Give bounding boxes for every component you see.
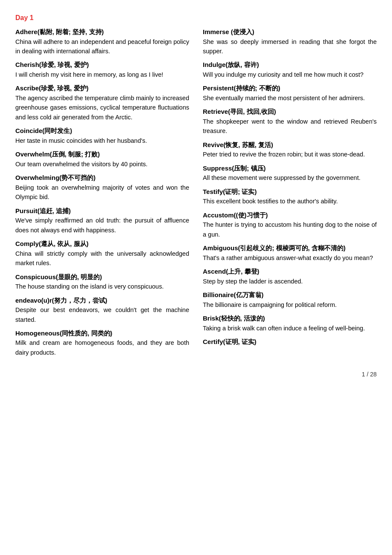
entry-word: Cherish(珍爱, 珍视, 爱护) bbox=[15, 60, 189, 70]
entry-word: Retrieve(寻回, 找回,收回) bbox=[203, 107, 377, 117]
entry-word: Overwhelming(势不可挡的) bbox=[15, 173, 189, 183]
entry-sentence: The shopkeeper went to the window and re… bbox=[203, 117, 377, 136]
entry-word: Homogeneous(同性质的, 同类的) bbox=[15, 329, 189, 338]
entry-sentence: We've simply reaffirmed an old truth: th… bbox=[15, 216, 189, 235]
list-item: Cherish(珍爱, 珍视, 爱护)I will cherish my vis… bbox=[15, 60, 189, 79]
list-item: Revive(恢复, 苏醒, 复活)Peter tried to revive … bbox=[203, 140, 377, 159]
entry-sentence: Taking a brisk walk can often induce a f… bbox=[203, 324, 377, 333]
entry-sentence: The agency ascribed the temperature clim… bbox=[15, 93, 189, 122]
entry-sentence: Will you indulge my curiosity and tell m… bbox=[203, 70, 377, 79]
list-item: Persistent(持续的; 不断的)She eventually marri… bbox=[203, 84, 377, 103]
day-title: Day 1 bbox=[15, 13, 377, 23]
page-container: Day 1 Adhere(黏附, 附着; 坚持, 支持)China will a… bbox=[15, 13, 377, 379]
list-item: Overwhelm(压倒, 制服; 打败)Our team overwhelme… bbox=[15, 150, 189, 169]
list-item: Testify(证明; 证实)This excellent book testi… bbox=[203, 187, 377, 206]
entry-word: Revive(恢复, 苏醒, 复活) bbox=[203, 140, 377, 150]
entry-word: Billionaire(亿万富翁) bbox=[203, 290, 377, 300]
list-item: Ambiguous(引起歧义的; 模棱两可的, 含糊不清的)That's a r… bbox=[203, 243, 377, 263]
left-column: Adhere(黏附, 附着; 坚持, 支持)China will adhere … bbox=[15, 27, 189, 361]
entry-sentence: The billionaire is campaigning for polit… bbox=[203, 300, 377, 309]
entry-sentence: Her taste in music coincides with her hu… bbox=[15, 136, 189, 145]
list-item: Brisk(轻快的, 活泼的)Taking a brisk walk can o… bbox=[203, 314, 377, 333]
list-item: Overwhelming(势不可挡的)Beijing took an overw… bbox=[15, 173, 189, 202]
list-item: Billionaire(亿万富翁)The billionaire is camp… bbox=[203, 290, 377, 309]
list-item: endeavo(u)r(努力，尽力，尝试)Despite our best en… bbox=[15, 296, 189, 324]
entry-sentence: The house standing on the island is very… bbox=[15, 282, 189, 291]
entry-word: Adhere(黏附, 附着; 坚持, 支持) bbox=[15, 27, 189, 37]
list-item: Coincide(同时发生)Her taste in music coincid… bbox=[15, 126, 189, 145]
entry-word: Overwhelm(压倒, 制服; 打败) bbox=[15, 150, 189, 159]
list-item: Certify(证明, 证实) bbox=[203, 337, 377, 347]
entry-word: Certify(证明, 证实) bbox=[203, 337, 377, 347]
entry-word: Ascribe(珍爱, 珍视, 爱护) bbox=[15, 84, 189, 93]
list-item: Comply(遵从, 依从, 服从)China will strictly co… bbox=[15, 239, 189, 268]
entry-sentence: She was so deeply immersed in reading th… bbox=[203, 37, 377, 56]
two-column-layout: Adhere(黏附, 附着; 坚持, 支持)China will adhere … bbox=[15, 27, 377, 361]
page-number: 1 / 28 bbox=[15, 370, 377, 379]
list-item: Immerse (使浸入)She was so deeply immersed … bbox=[203, 27, 377, 56]
entry-word: Persistent(持续的; 不断的) bbox=[203, 84, 377, 93]
entry-word: endeavo(u)r(努力，尽力，尝试) bbox=[15, 296, 189, 306]
entry-sentence: The hunter is trying to accustom his hun… bbox=[203, 220, 377, 239]
entry-sentence: I will cherish my visit here in memory, … bbox=[15, 70, 189, 79]
entry-sentence: This excellent book testifies to the aut… bbox=[203, 197, 377, 206]
entry-sentence: Our team overwhelmed the visitors by 40 … bbox=[15, 159, 189, 169]
entry-word: Accustom((使)习惯于) bbox=[203, 211, 377, 220]
entry-word: Brisk(轻快的, 活泼的) bbox=[203, 314, 377, 324]
list-item: Suppress(压制; 镇压)All these movement were … bbox=[203, 164, 377, 183]
list-item: Pursuit(追赶, 追捕)We've simply reaffirmed a… bbox=[15, 206, 189, 235]
entry-word: Testify(证明; 证实) bbox=[203, 187, 377, 197]
list-item: Ascribe(珍爱, 珍视, 爱护)The agency ascribed t… bbox=[15, 84, 189, 122]
entry-sentence: All these movement were suppressed by th… bbox=[203, 173, 377, 182]
list-item: Conspicuous(显眼的, 明显的)The house standing … bbox=[15, 272, 189, 292]
list-item: Homogeneous(同性质的, 同类的)Milk and cream are… bbox=[15, 329, 189, 357]
entry-word: Indulge(放纵, 容许) bbox=[203, 60, 377, 70]
entry-sentence: China will strictly comply with the univ… bbox=[15, 249, 189, 268]
entry-word: Coincide(同时发生) bbox=[15, 126, 189, 136]
entry-sentence: She eventually married the most persiste… bbox=[203, 93, 377, 103]
entry-word: Immerse (使浸入) bbox=[203, 27, 377, 37]
entry-sentence: China will adhere to an independent and … bbox=[15, 37, 189, 56]
entry-sentence: Step by step the ladder is ascended. bbox=[203, 277, 377, 286]
entry-word: Ambiguous(引起歧义的; 模棱两可的, 含糊不清的) bbox=[203, 243, 377, 253]
entry-sentence: Peter tried to revive the frozen robin; … bbox=[203, 150, 377, 159]
entry-word: Comply(遵从, 依从, 服从) bbox=[15, 239, 189, 249]
list-item: Ascend(上升, 攀登)Step by step the ladder is… bbox=[203, 267, 377, 286]
entry-word: Conspicuous(显眼的, 明显的) bbox=[15, 272, 189, 282]
entry-word: Pursuit(追赶, 追捕) bbox=[15, 206, 189, 216]
entry-word: Suppress(压制; 镇压) bbox=[203, 164, 377, 173]
entry-sentence: That's a rather ambiguous answer-what ex… bbox=[203, 253, 377, 263]
list-item: Adhere(黏附, 附着; 坚持, 支持)China will adhere … bbox=[15, 27, 189, 56]
list-item: Accustom((使)习惯于)The hunter is trying to … bbox=[203, 211, 377, 239]
entry-word: Ascend(上升, 攀登) bbox=[203, 267, 377, 277]
entry-sentence: Despite our best endeavors, we couldn't … bbox=[15, 305, 189, 324]
entry-sentence: Milk and cream are homogeneous foods, an… bbox=[15, 338, 189, 357]
list-item: Indulge(放纵, 容许)Will you indulge my curio… bbox=[203, 60, 377, 79]
right-column: Immerse (使浸入)She was so deeply immersed … bbox=[203, 27, 377, 361]
list-item: Retrieve(寻回, 找回,收回)The shopkeeper went t… bbox=[203, 107, 377, 136]
entry-sentence: Beijing took an overwhelming majority of… bbox=[15, 183, 189, 202]
